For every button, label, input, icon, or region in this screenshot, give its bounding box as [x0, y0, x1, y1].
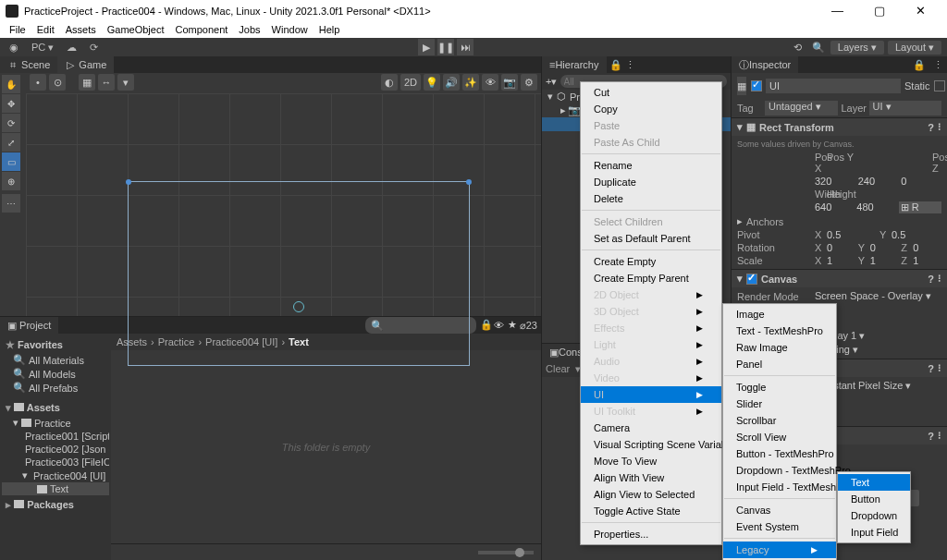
legacy-button[interactable]: Button: [838, 491, 910, 507]
ui-panel[interactable]: Panel: [723, 356, 836, 372]
project-tree[interactable]: ★ Favorites 🔍 All Materials 🔍 All Models…: [0, 334, 111, 560]
ctx-duplicate[interactable]: Duplicate: [581, 174, 721, 190]
ctx-vss[interactable]: Visual Scripting Scene Variables: [581, 436, 721, 453]
ctx-audio[interactable]: Audio▶: [581, 353, 721, 370]
snap-more[interactable]: ▾: [117, 74, 134, 91]
sclz[interactable]: 1: [913, 255, 941, 266]
rotz[interactable]: 0: [913, 242, 941, 253]
gizmo-dropdown[interactable]: ⚙: [521, 74, 537, 91]
pivotx[interactable]: 0.5: [827, 229, 877, 240]
ctx-ui-toolkit[interactable]: UI Toolkit▶: [581, 403, 721, 420]
grid-snap[interactable]: ▦: [79, 74, 95, 91]
close-button[interactable]: ✕: [900, 0, 941, 21]
project-lock-icon[interactable]: 🔒: [481, 320, 492, 331]
snap-inc[interactable]: ↔: [98, 74, 115, 91]
posz-field[interactable]: 0: [901, 176, 941, 187]
menu-component[interactable]: Component: [169, 24, 233, 35]
maximize-button[interactable]: ▢: [858, 0, 900, 21]
ui-image[interactable]: Image: [723, 306, 836, 323]
posx-field[interactable]: 320: [815, 176, 855, 187]
handle-top-right[interactable]: [466, 179, 472, 185]
ui-slider[interactable]: Slider: [723, 396, 836, 412]
ui-dropdown-tmp[interactable]: Dropdown - TextMeshPro: [723, 462, 836, 479]
ui-text-tmp[interactable]: Text - TextMeshPro: [723, 323, 836, 339]
ui-scrollbar[interactable]: Scrollbar: [723, 412, 836, 429]
menu-assets[interactable]: Assets: [60, 24, 102, 35]
menu-gameobject[interactable]: GameObject: [102, 24, 170, 35]
ctx-create-empty-parent[interactable]: Create Empty Parent: [581, 270, 721, 286]
tab-project[interactable]: ▣ Project: [0, 317, 58, 334]
anchor-icon[interactable]: ▦: [746, 121, 756, 133]
ctx-set-default-parent[interactable]: Set as Default Parent: [581, 230, 721, 247]
transform-tool[interactable]: ⊕: [2, 172, 20, 190]
cloud-icon[interactable]: ☁: [63, 40, 80, 55]
scale-tool[interactable]: ⤢: [2, 133, 20, 152]
fx-toggle-icon[interactable]: ✨: [462, 74, 479, 91]
ui-canvas[interactable]: Canvas: [723, 502, 836, 518]
ctx-video[interactable]: Video▶: [581, 370, 721, 386]
scly[interactable]: 1: [870, 255, 899, 266]
hidden-toggle-icon[interactable]: 👁: [482, 74, 498, 91]
ctx-delete[interactable]: Delete: [581, 190, 721, 207]
ctx-create-empty[interactable]: Create Empty: [581, 253, 721, 270]
favorites-header[interactable]: ★ Favorites: [2, 337, 109, 353]
posy-field[interactable]: 240: [858, 176, 899, 187]
pause-button[interactable]: ❚❚: [437, 39, 454, 55]
2d-toggle[interactable]: 2D: [400, 74, 421, 91]
menu-edit[interactable]: Edit: [31, 24, 60, 35]
width-field[interactable]: 640: [815, 201, 854, 213]
legacy-text[interactable]: Text: [838, 474, 910, 491]
ctx-ui[interactable]: UI▶: [581, 386, 721, 403]
folder-practice002[interactable]: Practice002 [Json conver: [2, 443, 109, 456]
pivoty[interactable]: 0.5: [892, 229, 941, 240]
object-cube-icon[interactable]: ▦: [737, 77, 746, 95]
pivot-toggle[interactable]: •: [30, 74, 46, 91]
ui-legacy[interactable]: Legacy▶: [723, 542, 836, 558]
rotate-tool[interactable]: ⟳: [2, 114, 20, 132]
menu-jobs[interactable]: Jobs: [233, 24, 265, 35]
ctx-rename[interactable]: Rename: [581, 157, 721, 174]
layout-dropdown[interactable]: Layout ▾: [888, 41, 941, 55]
ui-inputfield-tmp[interactable]: Input Field - TextMeshPro: [723, 479, 836, 495]
pc-icon[interactable]: PC ▾: [28, 40, 57, 55]
ctx-effects[interactable]: Effects▶: [581, 320, 721, 336]
menu-help[interactable]: Help: [314, 24, 346, 35]
custom-tool[interactable]: ⋯: [2, 194, 20, 213]
menu-window[interactable]: Window: [266, 24, 314, 35]
comp-help-icon[interactable]: ?: [928, 122, 934, 133]
ui-toggle[interactable]: Toggle: [723, 379, 836, 396]
all-models[interactable]: 🔍 All Models: [2, 367, 109, 381]
comp-preset-icon[interactable]: ⁝: [938, 121, 941, 133]
static-checkbox[interactable]: [934, 80, 945, 91]
ui-button-tmp[interactable]: Button - TextMeshPro: [723, 445, 836, 462]
ctx-2d-object[interactable]: 2D Object▶: [581, 286, 721, 303]
grid-size-slider[interactable]: [478, 551, 534, 554]
sclx[interactable]: 1: [827, 255, 855, 266]
folder-practice003[interactable]: Practice003 [FileIO]: [2, 456, 109, 469]
tab-game[interactable]: ▷ Game: [57, 56, 114, 73]
all-materials[interactable]: 🔍 All Materials: [2, 353, 109, 367]
rect-tool[interactable]: ▭: [2, 152, 20, 171]
height-field[interactable]: 480: [856, 201, 895, 213]
scene-viewport[interactable]: [26, 93, 541, 316]
ctx-properties[interactable]: Properties...: [581, 526, 721, 542]
tab-scene[interactable]: ⌗ Scene: [0, 56, 57, 73]
assets-header[interactable]: ▾ Assets: [2, 400, 109, 416]
hand-tool[interactable]: ✋: [2, 75, 20, 93]
folder-practice[interactable]: ▾ Practice: [2, 416, 109, 430]
handle-top-left[interactable]: [126, 179, 131, 185]
project-star-icon[interactable]: ★: [507, 320, 518, 331]
ctx-3d-object[interactable]: 3D Object▶: [581, 303, 721, 320]
anchors-foldout[interactable]: ▸: [737, 215, 743, 227]
folder-practice004[interactable]: ▾ Practice004 [UI]: [2, 469, 109, 482]
move-tool[interactable]: ✥: [2, 94, 20, 113]
shading-dropdown[interactable]: ◐: [381, 74, 398, 91]
blueprint-mode[interactable]: ⊞ R: [899, 201, 941, 213]
minimize-button[interactable]: —: [817, 0, 858, 21]
hierarchy-menu-icon[interactable]: ⋮: [625, 59, 636, 70]
folder-practice001[interactable]: Practice001 [Scriptable O: [2, 430, 109, 443]
ctx-camera[interactable]: Camera: [581, 420, 721, 436]
console-clear[interactable]: Clear: [546, 363, 570, 374]
light-toggle-icon[interactable]: 💡: [424, 74, 440, 91]
inspector-menu-icon[interactable]: ⋮: [929, 59, 947, 71]
